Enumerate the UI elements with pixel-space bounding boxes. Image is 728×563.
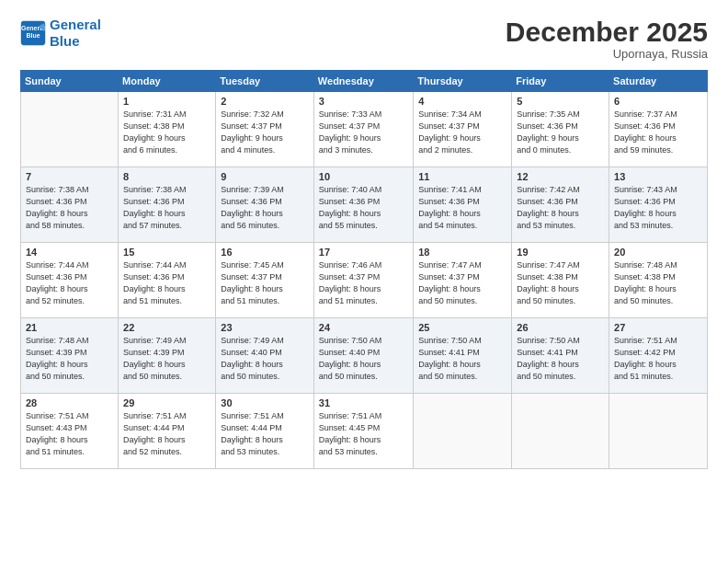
- calendar-cell: 11Sunrise: 7:41 AMSunset: 4:36 PMDayligh…: [414, 167, 512, 243]
- day-info: Sunrise: 7:44 AMSunset: 4:36 PMDaylight:…: [26, 259, 113, 307]
- day-info: Sunrise: 7:42 AMSunset: 4:36 PMDaylight:…: [517, 184, 604, 232]
- day-number: 21: [26, 322, 113, 333]
- day-info: Sunrise: 7:40 AMSunset: 4:36 PMDaylight:…: [319, 184, 408, 232]
- calendar-week-4: 21Sunrise: 7:48 AMSunset: 4:39 PMDayligh…: [21, 318, 708, 394]
- col-wednesday: Wednesday: [313, 71, 413, 92]
- calendar-cell: 21Sunrise: 7:48 AMSunset: 4:39 PMDayligh…: [21, 318, 119, 394]
- calendar-cell: 3Sunrise: 7:33 AMSunset: 4:37 PMDaylight…: [313, 92, 413, 167]
- calendar-cell: 2Sunrise: 7:32 AMSunset: 4:37 PMDaylight…: [216, 92, 314, 167]
- day-info: Sunrise: 7:51 AMSunset: 4:45 PMDaylight:…: [319, 410, 408, 458]
- calendar-cell: 9Sunrise: 7:39 AMSunset: 4:36 PMDaylight…: [216, 167, 314, 243]
- col-sunday: Sunday: [21, 71, 119, 92]
- day-info: Sunrise: 7:51 AMSunset: 4:43 PMDaylight:…: [26, 410, 113, 458]
- calendar-week-1: 1Sunrise: 7:31 AMSunset: 4:38 PMDaylight…: [21, 92, 708, 167]
- day-number: 14: [26, 247, 113, 258]
- calendar-cell: 13Sunrise: 7:43 AMSunset: 4:36 PMDayligh…: [609, 167, 708, 243]
- day-info: Sunrise: 7:38 AMSunset: 4:36 PMDaylight:…: [26, 184, 113, 232]
- day-number: 17: [319, 247, 408, 258]
- col-thursday: Thursday: [414, 71, 512, 92]
- calendar-cell: [512, 394, 609, 469]
- calendar-cell: 23Sunrise: 7:49 AMSunset: 4:40 PMDayligh…: [216, 318, 314, 394]
- day-info: Sunrise: 7:51 AMSunset: 4:44 PMDaylight:…: [221, 410, 309, 458]
- day-info: Sunrise: 7:38 AMSunset: 4:36 PMDaylight:…: [123, 184, 210, 232]
- day-info: Sunrise: 7:46 AMSunset: 4:37 PMDaylight:…: [319, 259, 408, 307]
- calendar-cell: 6Sunrise: 7:37 AMSunset: 4:36 PMDaylight…: [609, 92, 708, 167]
- calendar-page: General Blue GeneralBlue December 2025 U…: [0, 0, 728, 563]
- day-number: 3: [319, 96, 408, 107]
- calendar-cell: 19Sunrise: 7:47 AMSunset: 4:38 PMDayligh…: [512, 243, 609, 318]
- calendar-cell: 31Sunrise: 7:51 AMSunset: 4:45 PMDayligh…: [313, 394, 413, 469]
- day-number: 4: [418, 96, 506, 107]
- day-info: Sunrise: 7:43 AMSunset: 4:36 PMDaylight:…: [614, 184, 702, 232]
- calendar-week-3: 14Sunrise: 7:44 AMSunset: 4:36 PMDayligh…: [21, 243, 708, 318]
- day-number: 12: [517, 171, 604, 182]
- day-info: Sunrise: 7:33 AMSunset: 4:37 PMDaylight:…: [319, 109, 408, 156]
- day-info: Sunrise: 7:49 AMSunset: 4:40 PMDaylight:…: [221, 335, 309, 383]
- day-info: Sunrise: 7:50 AMSunset: 4:40 PMDaylight:…: [319, 335, 408, 383]
- day-number: 26: [517, 322, 604, 333]
- day-info: Sunrise: 7:32 AMSunset: 4:37 PMDaylight:…: [221, 109, 309, 156]
- calendar-cell: 22Sunrise: 7:49 AMSunset: 4:39 PMDayligh…: [119, 318, 216, 394]
- day-info: Sunrise: 7:34 AMSunset: 4:37 PMDaylight:…: [418, 109, 506, 156]
- day-info: Sunrise: 7:44 AMSunset: 4:36 PMDaylight:…: [123, 259, 210, 307]
- logo-icon: General Blue: [20, 20, 46, 46]
- calendar-cell: [609, 394, 708, 469]
- day-number: 25: [418, 322, 506, 333]
- calendar-cell: 28Sunrise: 7:51 AMSunset: 4:43 PMDayligh…: [21, 394, 119, 469]
- calendar-cell: 1Sunrise: 7:31 AMSunset: 4:38 PMDaylight…: [119, 92, 216, 167]
- calendar-cell: 17Sunrise: 7:46 AMSunset: 4:37 PMDayligh…: [313, 243, 413, 318]
- calendar-cell: 18Sunrise: 7:47 AMSunset: 4:37 PMDayligh…: [414, 243, 512, 318]
- calendar-cell: 20Sunrise: 7:48 AMSunset: 4:38 PMDayligh…: [609, 243, 708, 318]
- day-info: Sunrise: 7:31 AMSunset: 4:38 PMDaylight:…: [123, 109, 210, 156]
- col-friday: Friday: [512, 71, 609, 92]
- col-tuesday: Tuesday: [216, 71, 314, 92]
- calendar-cell: 12Sunrise: 7:42 AMSunset: 4:36 PMDayligh…: [512, 167, 609, 243]
- title-block: December 2025 Upornaya, Russia: [506, 17, 708, 61]
- day-info: Sunrise: 7:48 AMSunset: 4:38 PMDaylight:…: [614, 259, 702, 307]
- calendar-cell: 4Sunrise: 7:34 AMSunset: 4:37 PMDaylight…: [414, 92, 512, 167]
- day-number: 5: [517, 96, 604, 107]
- day-number: 24: [319, 322, 408, 333]
- day-number: 6: [614, 96, 702, 107]
- day-number: 9: [221, 171, 309, 182]
- day-number: 23: [221, 322, 309, 333]
- day-info: Sunrise: 7:41 AMSunset: 4:36 PMDaylight:…: [418, 184, 506, 232]
- calendar-cell: 15Sunrise: 7:44 AMSunset: 4:36 PMDayligh…: [119, 243, 216, 318]
- day-number: 15: [123, 247, 210, 258]
- location: Upornaya, Russia: [506, 47, 708, 61]
- day-info: Sunrise: 7:47 AMSunset: 4:37 PMDaylight:…: [418, 259, 506, 307]
- day-info: Sunrise: 7:47 AMSunset: 4:38 PMDaylight:…: [517, 259, 604, 307]
- col-monday: Monday: [119, 71, 216, 92]
- day-number: 2: [221, 96, 309, 107]
- calendar-cell: 24Sunrise: 7:50 AMSunset: 4:40 PMDayligh…: [313, 318, 413, 394]
- col-saturday: Saturday: [609, 71, 708, 92]
- day-number: 18: [418, 247, 506, 258]
- day-number: 31: [319, 397, 408, 408]
- header-row: Sunday Monday Tuesday Wednesday Thursday…: [21, 71, 708, 92]
- month-title: December 2025: [506, 17, 708, 47]
- logo: General Blue GeneralBlue: [20, 17, 101, 50]
- calendar-cell: 30Sunrise: 7:51 AMSunset: 4:44 PMDayligh…: [216, 394, 314, 469]
- calendar-cell: 5Sunrise: 7:35 AMSunset: 4:36 PMDaylight…: [512, 92, 609, 167]
- calendar-cell: 14Sunrise: 7:44 AMSunset: 4:36 PMDayligh…: [21, 243, 119, 318]
- calendar-cell: 29Sunrise: 7:51 AMSunset: 4:44 PMDayligh…: [119, 394, 216, 469]
- day-number: 30: [221, 397, 309, 408]
- day-info: Sunrise: 7:50 AMSunset: 4:41 PMDaylight:…: [517, 335, 604, 383]
- day-number: 20: [614, 247, 702, 258]
- day-info: Sunrise: 7:51 AMSunset: 4:44 PMDaylight:…: [123, 410, 210, 458]
- day-info: Sunrise: 7:37 AMSunset: 4:36 PMDaylight:…: [614, 109, 702, 156]
- day-info: Sunrise: 7:48 AMSunset: 4:39 PMDaylight:…: [26, 335, 113, 383]
- calendar-cell: 25Sunrise: 7:50 AMSunset: 4:41 PMDayligh…: [414, 318, 512, 394]
- calendar-cell: [414, 394, 512, 469]
- calendar-week-5: 28Sunrise: 7:51 AMSunset: 4:43 PMDayligh…: [21, 394, 708, 469]
- calendar-cell: 27Sunrise: 7:51 AMSunset: 4:42 PMDayligh…: [609, 318, 708, 394]
- logo-text: GeneralBlue: [50, 17, 101, 50]
- calendar-cell: [21, 92, 119, 167]
- calendar-table: Sunday Monday Tuesday Wednesday Thursday…: [20, 70, 708, 469]
- day-info: Sunrise: 7:35 AMSunset: 4:36 PMDaylight:…: [517, 109, 604, 156]
- day-number: 28: [26, 397, 113, 408]
- day-number: 1: [123, 96, 210, 107]
- calendar-cell: 10Sunrise: 7:40 AMSunset: 4:36 PMDayligh…: [313, 167, 413, 243]
- calendar-cell: 8Sunrise: 7:38 AMSunset: 4:36 PMDaylight…: [119, 167, 216, 243]
- day-number: 7: [26, 171, 113, 182]
